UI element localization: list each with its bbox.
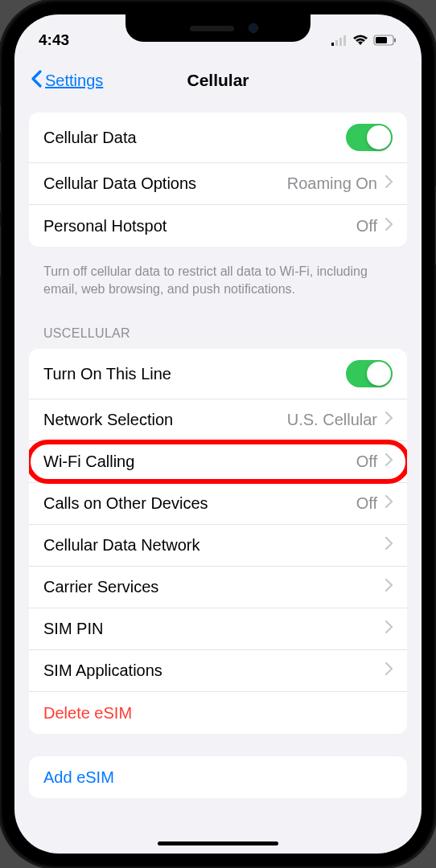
home-indicator[interactable] [158,841,278,845]
phone-frame: 4:43 Settings Cellular [0,0,436,868]
cellular-data-network-row[interactable]: Cellular Data Network [29,525,407,567]
settings-group-general: Cellular Data Cellular Data Options Roam… [29,113,407,247]
cell-value: Off [356,452,377,471]
volume-down-button [0,225,1,277]
line-toggle[interactable] [346,360,393,387]
cell-label: Cellular Data Options [43,174,287,193]
chevron-right-icon [385,579,393,596]
settings-group-carrier: Turn On This Line Network Selection U.S.… [29,349,407,734]
cell-value: Off [356,494,377,513]
personal-hotspot-row[interactable]: Personal Hotspot Off [29,205,407,247]
screen: 4:43 Settings Cellular [14,14,422,854]
cell-label: Calls on Other Devices [43,494,356,513]
cellular-data-row[interactable]: Cellular Data [29,113,407,163]
chevron-right-icon [385,411,393,428]
volume-up-button [0,161,1,213]
cell-label: Add eSIM [43,768,393,787]
front-camera [249,23,258,33]
svg-rect-3 [343,35,346,46]
speaker [190,26,234,31]
sim-applications-row[interactable]: SIM Applications [29,650,407,692]
cell-label: SIM Applications [43,661,385,680]
cell-label: Network Selection [43,411,287,429]
page-title: Cellular [187,71,249,90]
wifi-icon [352,35,368,46]
cell-value: Off [356,217,377,235]
navigation-bar: Settings Cellular [14,55,422,113]
chevron-right-icon [385,175,393,192]
carrier-section-header: USCELLULAR [29,312,407,349]
svg-rect-0 [331,43,334,46]
delete-esim-row[interactable]: Delete eSIM [29,692,407,734]
cell-label: Delete eSIM [43,704,393,723]
status-icons [331,35,397,46]
sim-pin-row[interactable]: SIM PIN [29,608,407,650]
back-button[interactable]: Settings [31,68,103,93]
turn-on-line-row[interactable]: Turn On This Line [29,349,407,399]
svg-rect-5 [376,37,387,43]
cell-value: Roaming On [287,174,377,193]
chevron-right-icon [385,662,393,679]
cell-label: Cellular Data [43,129,346,147]
cellular-data-toggle[interactable] [346,124,393,151]
network-selection-row[interactable]: Network Selection U.S. Cellular [29,399,407,441]
cellular-data-options-row[interactable]: Cellular Data Options Roaming On [29,163,407,205]
cell-label: Personal Hotspot [43,217,356,235]
chevron-right-icon [385,620,393,637]
status-time: 4:43 [39,31,69,49]
cell-label: Wi-Fi Calling [43,452,356,471]
back-label: Settings [45,72,103,90]
carrier-services-row[interactable]: Carrier Services [29,567,407,608]
svg-rect-6 [394,39,396,43]
cell-label: Cellular Data Network [43,536,385,555]
chevron-right-icon [385,218,393,235]
wifi-calling-row[interactable]: Wi-Fi Calling Off [29,441,407,483]
chevron-right-icon [385,537,393,554]
svg-rect-1 [335,40,338,46]
content-scroll[interactable]: Cellular Data Cellular Data Options Roam… [14,113,422,843]
toggle-knob [367,362,391,386]
svg-rect-2 [339,38,342,46]
chevron-left-icon [31,68,42,93]
cellular-signal-icon [331,35,348,46]
cell-value: U.S. Cellular [287,411,377,429]
calls-other-devices-row[interactable]: Calls on Other Devices Off [29,483,407,525]
silence-switch [0,104,1,133]
chevron-right-icon [385,495,393,512]
chevron-right-icon [385,453,393,470]
settings-group-addesim: Add eSIM [29,756,407,798]
toggle-knob [367,125,391,149]
battery-icon [373,35,397,46]
notch [125,14,311,42]
cell-label: Turn On This Line [43,365,346,383]
cell-label: SIM PIN [43,620,385,638]
add-esim-row[interactable]: Add eSIM [29,756,407,798]
group-footer: Turn off cellular data to restrict all d… [29,255,407,312]
cell-label: Carrier Services [43,578,385,596]
